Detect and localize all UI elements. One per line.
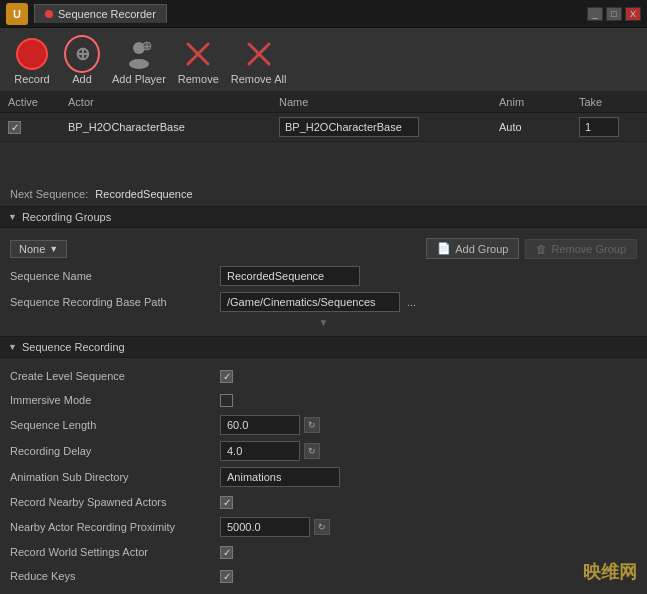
sequence-name-value: [220, 266, 637, 286]
base-path-value: ...: [220, 292, 637, 312]
remove-label: Remove: [178, 73, 219, 85]
record-nearby-checkbox[interactable]: ✓: [220, 496, 233, 509]
add-group-label: Add Group: [455, 243, 508, 255]
col-actor: Actor: [68, 96, 279, 108]
sequence-name-row: Sequence Name: [0, 263, 647, 289]
record-dot-icon: [45, 10, 53, 18]
record-world-settings-row: Record World Settings Actor ✓: [0, 540, 647, 564]
reduce-keys-checkbox[interactable]: ✓: [220, 570, 233, 583]
recording-delay-row: Recording Delay ↻: [0, 438, 647, 464]
recording-delay-label: Recording Delay: [10, 445, 220, 457]
create-level-sequence-label: Create Level Sequence: [10, 370, 220, 382]
create-level-sequence-row: Create Level Sequence ✓: [0, 364, 647, 388]
dropdown-value: None: [19, 243, 45, 255]
nearby-proximity-spin[interactable]: ↻: [314, 519, 330, 535]
remove-icon: [182, 38, 214, 70]
tab-title: Sequence Recorder: [58, 8, 156, 20]
toolbar: Record ⊕ Add + Add Player Remove: [0, 28, 647, 92]
svg-text:+: +: [144, 41, 150, 52]
sequence-recording-title: Sequence Recording: [22, 341, 125, 353]
title-tab[interactable]: Sequence Recorder: [34, 4, 167, 23]
browse-button[interactable]: ...: [404, 296, 419, 308]
groups-toolbar: None ▼ 📄 Add Group 🗑 Remove Group: [0, 234, 647, 263]
recording-groups-header[interactable]: ▼ Recording Groups: [0, 206, 647, 228]
table-header: Active Actor Name Anim Take: [0, 92, 647, 113]
maximize-button[interactable]: □: [606, 7, 622, 21]
base-path-row: Sequence Recording Base Path ...: [0, 289, 647, 315]
add-player-icon: +: [123, 38, 155, 70]
add-group-button[interactable]: 📄 Add Group: [426, 238, 519, 259]
anim-subdir-label: Animation Sub Directory: [10, 471, 220, 483]
record-label: Record: [14, 73, 49, 85]
name-input[interactable]: [279, 117, 419, 137]
sequence-length-label: Sequence Length: [10, 419, 220, 431]
active-checkbox[interactable]: ✓: [8, 121, 21, 134]
watermark-logo: 映维网: [583, 560, 637, 584]
dropdown-arrow-icon: ▼: [49, 244, 58, 254]
take-input[interactable]: [579, 117, 619, 137]
remove-group-button[interactable]: 🗑 Remove Group: [525, 239, 637, 259]
reduce-keys-label: Reduce Keys: [10, 570, 220, 582]
groups-right: 📄 Add Group 🗑 Remove Group: [426, 238, 637, 259]
record-world-settings-checkbox[interactable]: ✓: [220, 546, 233, 559]
main-content: Active Actor Name Anim Take ✓ BP_H2OChar…: [0, 92, 647, 594]
down-indicator: ▼: [0, 315, 647, 330]
anim-subdir-input[interactable]: [220, 467, 340, 487]
base-path-label: Sequence Recording Base Path: [10, 296, 220, 308]
recording-delay-spin[interactable]: ↻: [304, 443, 320, 459]
sequence-recording-content: Create Level Sequence ✓ Immersive Mode S…: [0, 358, 647, 594]
sequence-name-label: Sequence Name: [10, 270, 220, 282]
svg-point-1: [129, 59, 149, 69]
next-sequence-row: Next Sequence: RecordedSequence: [0, 182, 647, 206]
take-cell: [579, 117, 639, 137]
add-button[interactable]: ⊕ Add: [60, 34, 104, 87]
anim-cell: Auto: [499, 121, 579, 133]
create-level-sequence-checkbox[interactable]: ✓: [220, 370, 233, 383]
spacer: [0, 142, 647, 162]
watermark: 映维网: [583, 560, 637, 584]
spacer2: [0, 162, 647, 182]
remove-all-button[interactable]: Remove All: [227, 34, 291, 87]
record-nearby-label: Record Nearby Spawned Actors: [10, 496, 220, 508]
sequence-length-spin[interactable]: ↻: [304, 417, 320, 433]
name-cell: [279, 117, 499, 137]
nearby-proximity-label: Nearby Actor Recording Proximity: [10, 521, 220, 533]
minimize-button[interactable]: _: [587, 7, 603, 21]
file-icon: 📄: [437, 242, 451, 255]
col-take: Take: [579, 96, 639, 108]
table-row[interactable]: ✓ BP_H2OCharacterBase Auto: [0, 113, 647, 142]
remove-group-label: Remove Group: [551, 243, 626, 255]
col-anim: Anim: [499, 96, 579, 108]
sequence-recording-header[interactable]: ▼ Sequence Recording: [0, 336, 647, 358]
immersive-mode-checkbox[interactable]: [220, 394, 233, 407]
recording-delay-input[interactable]: [220, 441, 300, 461]
remove-all-label: Remove All: [231, 73, 287, 85]
collapse-icon-2: ▼: [8, 342, 17, 352]
record-nearby-row: Record Nearby Spawned Actors ✓: [0, 490, 647, 514]
groups-dropdown[interactable]: None ▼: [10, 240, 67, 258]
recording-groups-content: None ▼ 📄 Add Group 🗑 Remove Group Sequen…: [0, 228, 647, 336]
base-path-input[interactable]: [220, 292, 400, 312]
remove-all-icon: [243, 38, 275, 70]
nearby-proximity-row: Nearby Actor Recording Proximity ↻: [0, 514, 647, 540]
record-icon: [16, 38, 48, 70]
window-controls: _ □ X: [587, 7, 641, 21]
next-sequence-label: Next Sequence:: [10, 188, 88, 200]
sequence-length-input[interactable]: [220, 415, 300, 435]
immersive-mode-row: Immersive Mode: [0, 388, 647, 412]
nearby-proximity-input[interactable]: [220, 517, 310, 537]
sequence-length-row: Sequence Length ↻: [0, 412, 647, 438]
active-checkbox-wrap: ✓: [8, 121, 68, 134]
add-player-label: Add Player: [112, 73, 166, 85]
remove-button[interactable]: Remove: [174, 34, 223, 87]
close-button[interactable]: X: [625, 7, 641, 21]
collapse-icon: ▼: [8, 212, 17, 222]
anim-subdir-row: Animation Sub Directory: [0, 464, 647, 490]
record-world-settings-label: Record World Settings Actor: [10, 546, 220, 558]
sequence-name-input[interactable]: [220, 266, 360, 286]
record-button[interactable]: Record: [10, 34, 54, 87]
add-player-button[interactable]: + Add Player: [108, 34, 170, 87]
ue-logo: U: [6, 3, 28, 25]
add-icon: ⊕: [64, 35, 100, 73]
actor-cell: BP_H2OCharacterBase: [68, 121, 279, 133]
